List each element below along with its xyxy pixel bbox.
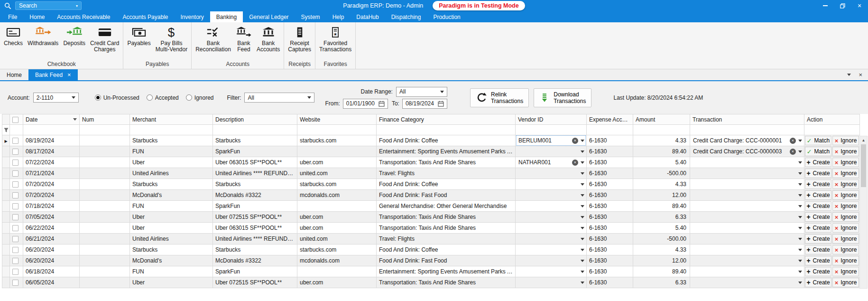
chevron-down-icon[interactable]: [798, 282, 802, 284]
chevron-down-icon[interactable]: [798, 172, 802, 175]
row-checkbox[interactable]: [12, 192, 18, 198]
menu-item-help[interactable]: Help: [326, 11, 351, 22]
tab-bar-close-icon[interactable]: ×: [859, 71, 862, 78]
create-button[interactable]: +Create: [805, 158, 831, 167]
vendor-id-dropdown[interactable]: ×: [517, 179, 585, 189]
menu-item-production[interactable]: Production: [427, 11, 466, 22]
chevron-down-icon[interactable]: [798, 238, 802, 240]
clear-transaction-icon[interactable]: ×: [790, 149, 796, 155]
create-button[interactable]: +Create: [805, 223, 831, 233]
deposits-button[interactable]: Deposits: [61, 25, 88, 47]
chevron-down-icon[interactable]: [581, 227, 584, 229]
table-row[interactable]: ▶ 07/20/2024 Starbucks Starbucks starbuc…: [2, 179, 860, 190]
filter-cell[interactable]: [516, 125, 587, 135]
filter-cell[interactable]: [587, 125, 633, 135]
table-row[interactable]: ▶ 08/19/2024 Starbucks Starbucks starbuc…: [2, 135, 860, 146]
payables-button[interactable]: Payables: [125, 25, 153, 47]
row-checkbox[interactable]: [12, 181, 18, 188]
transaction-dropdown[interactable]: ×: [691, 245, 803, 254]
search-input[interactable]: Search ▾: [15, 1, 82, 10]
vendor-id-dropdown[interactable]: ×: [517, 234, 585, 244]
vendor-id-dropdown[interactable]: ×: [517, 245, 585, 254]
vendor-id-dropdown[interactable]: BERLUM001 ×: [517, 136, 585, 145]
transaction-dropdown[interactable]: ×: [691, 158, 803, 167]
favorited-transactions-button[interactable]: ★FavoritedTransactions: [317, 25, 354, 54]
table-row[interactable]: ▶ 08/17/2024 FUN SparkFun Entertainment:…: [2, 146, 860, 157]
row-checkbox[interactable]: [12, 236, 18, 242]
create-button[interactable]: +Create: [805, 234, 831, 244]
clear-vendor-icon[interactable]: ×: [572, 160, 578, 166]
calendar-icon[interactable]: [438, 101, 444, 107]
clear-transaction-icon[interactable]: ×: [790, 138, 796, 144]
calendar-icon[interactable]: [379, 101, 385, 107]
chevron-down-icon[interactable]: [581, 183, 584, 186]
pay-bills-multi-vendor-button[interactable]: $Pay BillsMulti-Vendor: [153, 25, 190, 54]
menu-item-banking[interactable]: Banking: [210, 11, 243, 22]
tab-list-chevron-icon[interactable]: [847, 74, 851, 76]
chevron-down-icon[interactable]: [798, 271, 802, 273]
radio-un-processed[interactable]: Un-Processed: [95, 94, 139, 101]
menu-item-system[interactable]: System: [295, 11, 326, 22]
ignore-button[interactable]: ×Ignore: [832, 169, 859, 178]
filter-cell[interactable]: [10, 125, 23, 135]
ignore-button[interactable]: ×Ignore: [832, 201, 859, 211]
chevron-down-icon[interactable]: [581, 238, 584, 240]
row-checkbox[interactable]: [12, 214, 18, 220]
chevron-down-icon[interactable]: [798, 227, 802, 229]
tab-home[interactable]: Home: [0, 69, 28, 80]
column-header-vendor-id[interactable]: Vendor ID: [516, 114, 587, 125]
chevron-down-icon[interactable]: [798, 249, 802, 251]
restore-button[interactable]: [834, 0, 851, 11]
match-button[interactable]: ✓Match: [805, 147, 831, 156]
filter-cell[interactable]: [23, 125, 80, 135]
menu-item-datahub[interactable]: DataHub: [350, 11, 385, 22]
transaction-dropdown[interactable]: ×: [691, 267, 803, 276]
transaction-dropdown[interactable]: ×: [691, 190, 803, 200]
row-checkbox[interactable]: [12, 247, 18, 253]
chevron-down-icon[interactable]: [798, 140, 802, 142]
chevron-down-icon[interactable]: [581, 150, 584, 153]
receipt-captures-button[interactable]: ReceiptCaptures: [286, 25, 314, 54]
ignore-button[interactable]: ×Ignore: [832, 212, 859, 222]
radio-ignored[interactable]: Ignored: [186, 94, 214, 101]
transaction-dropdown[interactable]: ×: [691, 278, 803, 287]
menu-item-file[interactable]: File: [2, 11, 23, 22]
ignore-button[interactable]: ×Ignore: [832, 256, 859, 265]
create-button[interactable]: +Create: [805, 169, 831, 178]
column-header-finance-category[interactable]: Finance Category: [377, 114, 516, 125]
credit-card-charges-button[interactable]: Credit CardCharges: [88, 25, 121, 54]
column-header-num[interactable]: Num: [80, 114, 130, 125]
transaction-dropdown[interactable]: ×: [691, 223, 803, 233]
row-checkbox[interactable]: [12, 170, 18, 177]
transaction-dropdown[interactable]: ×: [691, 179, 803, 189]
filter-cell[interactable]: [80, 125, 130, 135]
column-header-merchant[interactable]: Merchant: [130, 114, 213, 125]
withdrawals-button[interactable]: Withdrawals: [25, 25, 61, 47]
vendor-id-dropdown[interactable]: ×: [517, 267, 585, 276]
filter-select[interactable]: All: [244, 93, 314, 103]
chevron-down-icon[interactable]: [581, 249, 584, 251]
table-row[interactable]: ▶ 07/21/2024 United Airlines United Airl…: [2, 168, 860, 179]
transaction-dropdown[interactable]: ×: [691, 169, 803, 178]
chevron-down-icon[interactable]: [581, 271, 584, 273]
menu-item-inventory[interactable]: Inventory: [174, 11, 210, 22]
ignore-button[interactable]: ×Ignore: [832, 158, 859, 167]
table-row[interactable]: ▶ 06/18/2024 FUN SparkFun Entertainment:…: [2, 266, 860, 277]
clear-vendor-icon[interactable]: ×: [572, 138, 578, 144]
vertical-scrollbar[interactable]: ▲: [859, 136, 868, 289]
vendor-id-dropdown[interactable]: ×: [517, 169, 585, 178]
ignore-button[interactable]: ×Ignore: [832, 267, 859, 276]
relink-transactions-button[interactable]: RelinkTransactions: [470, 88, 529, 107]
minimize-button[interactable]: [817, 0, 834, 11]
table-row[interactable]: ▶ 07/20/2024 McDonald's McDonalds #3322 …: [2, 190, 860, 201]
menu-item-accounts-payable[interactable]: Accounts Payable: [116, 11, 174, 22]
filter-cell[interactable]: [297, 125, 377, 135]
vendor-id-dropdown[interactable]: ×: [517, 201, 585, 211]
transaction-dropdown[interactable]: ×: [691, 201, 803, 211]
chevron-down-icon[interactable]: [798, 161, 802, 164]
table-row[interactable]: ▶ 07/22/2024 Uber Uber 063015 SF**POOL**…: [2, 157, 860, 168]
filter-cell[interactable]: [633, 125, 690, 135]
column-header-website[interactable]: Website: [297, 114, 377, 125]
tab-close-icon[interactable]: ×: [67, 72, 71, 78]
row-checkbox[interactable]: [12, 280, 18, 286]
